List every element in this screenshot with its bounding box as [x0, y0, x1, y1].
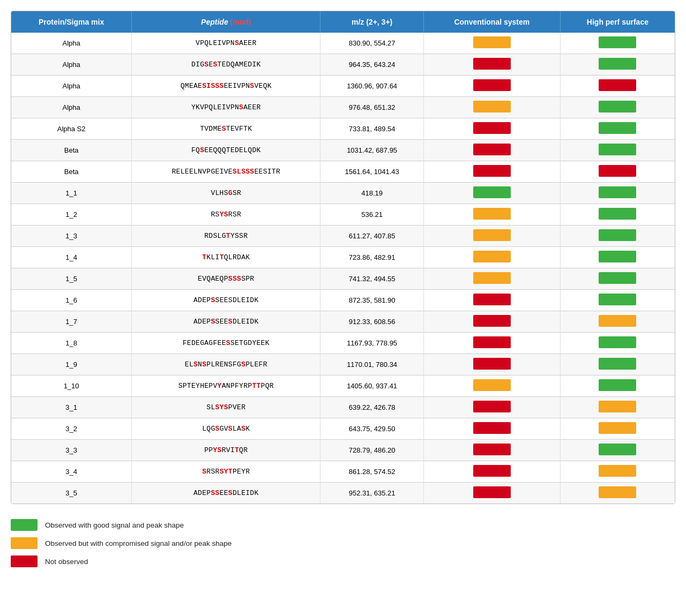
table-row: 1_6 ADEPSSEESDLEIDK 872.35, 581.90 — [11, 290, 675, 311]
cell-peptide: ELSNSPLRENSFGSPLEFR — [132, 354, 320, 375]
hps-bar — [599, 486, 636, 498]
cell-mz: 1405.60, 937.41 — [320, 375, 424, 397]
hps-bar — [599, 336, 636, 348]
cell-hps — [560, 290, 675, 311]
legend-color-box — [11, 519, 38, 531]
cell-hps — [560, 397, 675, 418]
cell-peptide: VLHSGSR — [132, 183, 320, 204]
cell-mz: 1167.93, 778.95 — [320, 333, 424, 354]
table-row: Alpha DIGSESTEDQAMEDIK 964.35, 643.24 — [11, 54, 675, 76]
cell-hps — [560, 33, 675, 54]
cell-mz: 872.35, 581.90 — [320, 290, 424, 311]
cell-protein: Beta — [11, 161, 132, 183]
cell-peptide: ADEPSSEESDLEIDK — [132, 290, 320, 311]
cell-mz: 964.35, 643.24 — [320, 54, 424, 76]
cell-mz: 1170.01, 780.34 — [320, 354, 424, 375]
cell-mz: 952.31, 635.21 — [320, 483, 424, 504]
cell-conv — [423, 397, 560, 418]
cell-conv — [423, 76, 560, 97]
conv-bar — [473, 36, 511, 48]
cell-conv — [423, 375, 560, 397]
cell-peptide: SLSYSPVER — [132, 397, 320, 418]
cell-conv — [423, 161, 560, 183]
legend-item: Not observed — [11, 555, 675, 567]
cell-peptide: YKVPQLEIVPNSAEER — [132, 97, 320, 118]
cell-hps — [560, 268, 675, 290]
table-row: 1_4 TKLITQLRDAK 723.86, 482.91 — [11, 247, 675, 268]
cell-peptide: SRSRSYTPEYR — [132, 461, 320, 483]
cell-mz: 976.48, 651.32 — [320, 97, 424, 118]
table-row: Alpha S2 TVDMESTEVFTK 733.81, 489.54 — [11, 118, 675, 140]
legend-item: Observed with good signal and peak shape — [11, 519, 675, 531]
conv-bar — [473, 101, 511, 112]
cell-peptide: SPTEYHEPVYANPFYRPTTPQR — [132, 375, 320, 397]
table-row: Beta RELEELNVPGEIVESLSSSEESITR 1561.64, … — [11, 161, 675, 183]
cell-hps — [560, 483, 675, 504]
cell-protein: 1_1 — [11, 183, 132, 204]
cell-hps — [560, 118, 675, 140]
cell-peptide: DIGSESTEDQAMEDIK — [132, 54, 320, 76]
cell-peptide: QMEAESISSSEEIVPNSVEQK — [132, 76, 320, 97]
conv-bar — [473, 465, 511, 477]
main-table-container: Protein/Sigma mix Peptide (mod) m/z (2+,… — [11, 11, 675, 504]
hps-bar — [599, 379, 636, 391]
legend-color-box — [11, 537, 38, 549]
cell-hps — [560, 161, 675, 183]
cell-hps — [560, 461, 675, 483]
cell-protein: Alpha — [11, 33, 132, 54]
legend-item: Observed but with compromised signal and… — [11, 537, 675, 549]
cell-peptide: PPYSRVITQR — [132, 440, 320, 461]
cell-protein: 1_7 — [11, 311, 132, 333]
cell-conv — [423, 183, 560, 204]
cell-mz: 1561.64, 1041.43 — [320, 161, 424, 183]
peptide-header-mod: (mod) — [230, 18, 251, 26]
cell-conv — [423, 247, 560, 268]
conv-bar — [473, 444, 511, 455]
cell-mz: 741.32, 494.55 — [320, 268, 424, 290]
legend-section: Observed with good signal and peak shape… — [11, 519, 675, 567]
table-row: 3_5 ADEPSSEESDLEIDK 952.31, 635.21 — [11, 483, 675, 504]
cell-mz: 639.22, 426.78 — [320, 397, 424, 418]
legend-text: Observed with good signal and peak shape — [45, 521, 184, 529]
col-header-peptide: Peptide (mod) — [132, 11, 320, 33]
cell-protein: 1_8 — [11, 333, 132, 354]
hps-bar — [599, 251, 636, 262]
hps-bar — [599, 444, 636, 455]
cell-mz: 728.79, 486.20 — [320, 440, 424, 461]
cell-hps — [560, 97, 675, 118]
cell-protein: 1_2 — [11, 204, 132, 226]
cell-conv — [423, 226, 560, 247]
hps-bar — [599, 401, 636, 412]
cell-peptide: EVQAEQPSSSSPR — [132, 268, 320, 290]
cell-peptide: TVDMESTEVFTK — [132, 118, 320, 140]
cell-conv — [423, 118, 560, 140]
cell-peptide: RELEELNVPGEIVESLSSSEESITR — [132, 161, 320, 183]
conv-bar — [473, 251, 511, 262]
cell-protein: 1_9 — [11, 354, 132, 375]
table-header-row: Protein/Sigma mix Peptide (mod) m/z (2+,… — [11, 11, 675, 33]
cell-hps — [560, 418, 675, 440]
cell-mz: 830.90, 554.27 — [320, 33, 424, 54]
cell-hps — [560, 247, 675, 268]
cell-protein: 1_10 — [11, 375, 132, 397]
cell-mz: 418.19 — [320, 183, 424, 204]
conv-bar — [473, 401, 511, 412]
table-row: 1_1 VLHSGSR 418.19 — [11, 183, 675, 204]
cell-protein: 3_1 — [11, 397, 132, 418]
cell-mz: 861.28, 574.52 — [320, 461, 424, 483]
cell-protein: Alpha — [11, 54, 132, 76]
cell-hps — [560, 311, 675, 333]
cell-protein: 1_5 — [11, 268, 132, 290]
cell-mz: 733.81, 489.54 — [320, 118, 424, 140]
cell-conv — [423, 290, 560, 311]
cell-mz: 536.21 — [320, 204, 424, 226]
table-row: 1_10 SPTEYHEPVYANPFYRPTTPQR 1405.60, 937… — [11, 375, 675, 397]
legend-text: Not observed — [45, 558, 88, 566]
hps-bar — [599, 36, 636, 48]
table-row: 1_8 FEDEGAGFEESSETGDYEEK 1167.93, 778.95 — [11, 333, 675, 354]
conv-bar — [473, 229, 511, 241]
cell-peptide: TKLITQLRDAK — [132, 247, 320, 268]
conv-bar — [473, 144, 511, 155]
conv-bar — [473, 79, 511, 91]
cell-protein: 3_5 — [11, 483, 132, 504]
